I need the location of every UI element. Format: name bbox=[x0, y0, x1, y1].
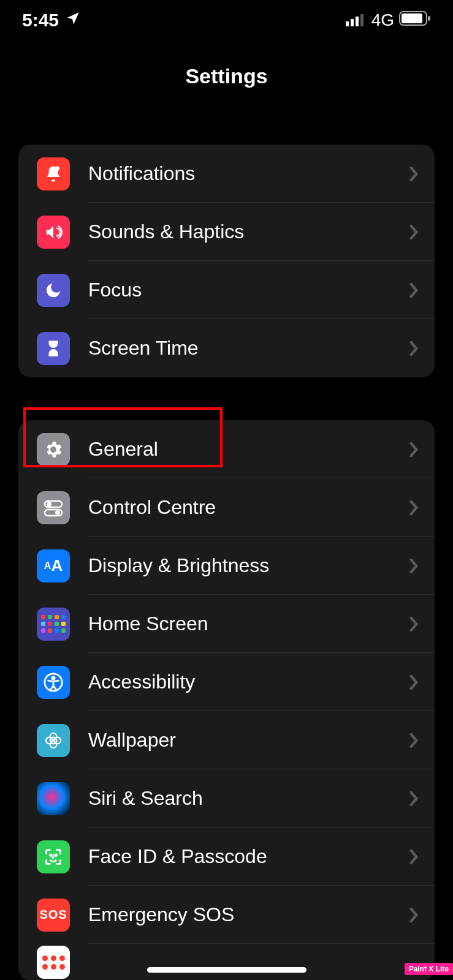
row-label: Home Screen bbox=[88, 612, 409, 635]
svg-point-18 bbox=[54, 737, 61, 744]
chevron-right-icon bbox=[409, 733, 419, 748]
wallpaper-icon bbox=[37, 724, 70, 757]
row-sounds-haptics[interactable]: Sounds & Haptics bbox=[18, 203, 435, 261]
face-id-icon bbox=[37, 840, 70, 873]
settings-group-2: General Control Centre AA Display & Brig… bbox=[18, 420, 435, 980]
network-label: 4G bbox=[371, 10, 394, 30]
status-time: 5:45 bbox=[22, 10, 59, 31]
location-icon bbox=[65, 10, 81, 31]
chevron-right-icon bbox=[409, 791, 419, 807]
page-title: Settings bbox=[0, 40, 453, 111]
row-face-id-passcode[interactable]: Face ID & Passcode bbox=[18, 827, 435, 886]
row-label: Display & Brightness bbox=[88, 554, 409, 577]
chevron-right-icon bbox=[409, 500, 419, 516]
notifications-icon bbox=[37, 157, 70, 190]
row-siri-search[interactable]: Siri & Search bbox=[18, 769, 435, 827]
chevron-right-icon bbox=[409, 558, 419, 574]
chevron-right-icon bbox=[409, 674, 419, 690]
row-focus[interactable]: Focus bbox=[18, 261, 435, 319]
home-indicator[interactable] bbox=[147, 967, 306, 973]
chevron-right-icon bbox=[409, 907, 419, 923]
row-label: Emergency SOS bbox=[88, 903, 409, 926]
display-icon: AA bbox=[37, 549, 70, 582]
row-screen-time[interactable]: Screen Time bbox=[18, 319, 435, 377]
row-label: Control Centre bbox=[88, 496, 409, 519]
status-left: 5:45 bbox=[22, 10, 81, 31]
svg-rect-6 bbox=[428, 16, 430, 21]
row-label: Sounds & Haptics bbox=[88, 221, 409, 243]
exposure-icon bbox=[37, 946, 70, 979]
svg-rect-3 bbox=[360, 14, 364, 26]
chevron-right-icon bbox=[409, 341, 419, 356]
chevron-right-icon bbox=[409, 166, 419, 182]
row-control-centre[interactable]: Control Centre bbox=[18, 478, 435, 537]
row-label: Face ID & Passcode bbox=[88, 845, 409, 868]
status-bar: 5:45 4G bbox=[0, 0, 453, 40]
svg-point-15 bbox=[50, 733, 57, 740]
row-label: Siri & Search bbox=[88, 787, 409, 810]
row-partial-next[interactable] bbox=[18, 944, 435, 980]
svg-point-19 bbox=[50, 854, 51, 856]
svg-rect-5 bbox=[402, 13, 422, 23]
svg-point-20 bbox=[55, 854, 56, 856]
row-label: Screen Time bbox=[88, 337, 409, 360]
chevron-right-icon bbox=[409, 282, 419, 298]
row-home-screen[interactable]: Home Screen bbox=[18, 595, 435, 653]
accessibility-icon bbox=[37, 666, 70, 699]
row-label: General bbox=[88, 438, 409, 461]
svg-point-17 bbox=[46, 737, 53, 744]
row-wallpaper[interactable]: Wallpaper bbox=[18, 711, 435, 769]
watermark: Paint X Lite bbox=[405, 963, 453, 975]
sounds-icon bbox=[37, 216, 70, 249]
row-label: Notifications bbox=[88, 162, 409, 185]
screen-time-icon bbox=[37, 332, 70, 365]
row-label: Accessibility bbox=[88, 671, 409, 693]
svg-point-11 bbox=[55, 510, 60, 515]
svg-point-13 bbox=[52, 676, 55, 679]
svg-rect-2 bbox=[356, 17, 359, 26]
control-centre-icon bbox=[37, 491, 70, 524]
siri-icon bbox=[37, 782, 70, 815]
focus-icon bbox=[37, 274, 70, 307]
svg-point-9 bbox=[47, 502, 51, 507]
svg-point-16 bbox=[50, 741, 57, 748]
chevron-right-icon bbox=[409, 442, 419, 458]
cellular-signal-icon bbox=[346, 10, 367, 31]
general-icon bbox=[37, 433, 70, 466]
svg-rect-0 bbox=[346, 21, 349, 26]
row-display-brightness[interactable]: AA Display & Brightness bbox=[18, 537, 435, 595]
chevron-right-icon bbox=[409, 616, 419, 632]
row-general[interactable]: General bbox=[18, 420, 435, 478]
settings-group-1: Notifications Sounds & Haptics Focus S bbox=[18, 145, 435, 377]
home-screen-icon bbox=[37, 608, 70, 641]
svg-rect-1 bbox=[351, 19, 354, 26]
row-label: Wallpaper bbox=[88, 729, 409, 752]
chevron-right-icon bbox=[409, 849, 419, 865]
status-right: 4G bbox=[346, 10, 431, 31]
svg-point-7 bbox=[55, 166, 60, 171]
row-notifications[interactable]: Notifications bbox=[18, 145, 435, 203]
row-accessibility[interactable]: Accessibility bbox=[18, 653, 435, 711]
row-label: Focus bbox=[88, 279, 409, 301]
chevron-right-icon bbox=[409, 224, 419, 240]
row-emergency-sos[interactable]: SOS Emergency SOS bbox=[18, 886, 435, 944]
battery-icon bbox=[399, 10, 431, 31]
sos-icon: SOS bbox=[37, 899, 70, 932]
